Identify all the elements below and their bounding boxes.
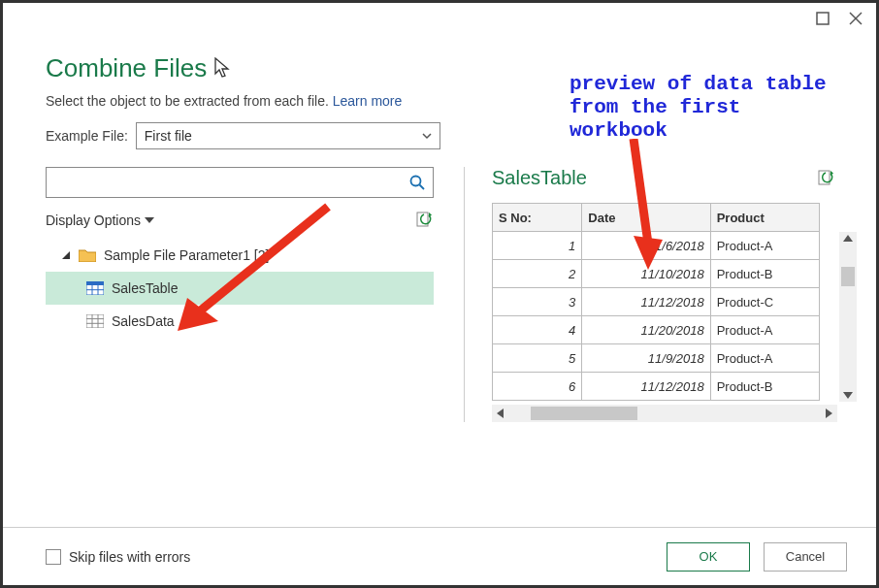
vertical-scrollbar[interactable] (839, 232, 857, 402)
maximize-icon[interactable] (816, 12, 830, 28)
table-row[interactable]: 111/6/2018Product-A (493, 232, 820, 260)
scroll-thumb[interactable] (531, 407, 637, 420)
cell-sno: 2 (493, 260, 582, 288)
cell-product: Product-B (710, 373, 819, 401)
tree-item-salestable[interactable]: SalesTable (46, 272, 434, 305)
pane-divider (464, 167, 465, 422)
scroll-down-icon[interactable] (841, 388, 855, 402)
cell-product: Product-C (710, 288, 819, 316)
close-icon[interactable] (849, 12, 863, 28)
dialog-footer: Skip files with errors OK Cancel (3, 527, 876, 585)
horizontal-scrollbar[interactable] (492, 405, 837, 422)
skip-errors-label: Skip files with errors (69, 549, 190, 565)
search-input[interactable] (46, 167, 434, 198)
annotation-callout: preview of data table from the first wor… (570, 73, 827, 143)
chevron-down-icon (145, 215, 154, 225)
cell-product: Product-A (710, 232, 819, 260)
table-row[interactable]: 211/10/2018Product-B (493, 260, 820, 288)
cursor-icon (214, 57, 232, 81)
cell-product: Product-B (710, 260, 819, 288)
preview-table-wrap: S No: Date Product 111/6/2018Product-A21… (492, 203, 837, 401)
cancel-button[interactable]: Cancel (764, 542, 847, 572)
svg-rect-14 (86, 314, 104, 328)
scroll-right-icon[interactable] (822, 407, 835, 420)
svg-marker-8 (62, 251, 70, 259)
display-options-button[interactable]: Display Options (46, 212, 154, 228)
cell-product: Product-A (710, 344, 819, 373)
subtitle-text: Select the object to be extracted from e… (46, 93, 333, 109)
cell-date: 11/10/2018 (582, 260, 710, 288)
cell-date: 11/9/2018 (582, 344, 710, 373)
example-file-label: Example File: (46, 128, 128, 144)
scroll-thumb[interactable] (841, 267, 855, 286)
svg-marker-24 (826, 408, 832, 418)
cell-date: 11/6/2018 (582, 232, 710, 260)
table-row[interactable]: 311/12/2018Product-C (493, 288, 820, 316)
sheet-icon (86, 314, 104, 328)
scroll-up-icon[interactable] (841, 232, 855, 245)
skip-errors-checkbox[interactable]: Skip files with errors (46, 549, 190, 565)
table-icon (86, 281, 104, 295)
dialog-title-text: Combine Files (46, 53, 207, 83)
folder-icon (79, 248, 96, 262)
col-header[interactable]: S No: (493, 204, 582, 232)
col-header[interactable]: Product (710, 204, 819, 232)
cell-date: 11/12/2018 (582, 373, 710, 401)
example-file-value: First file (145, 128, 192, 144)
preview-title: SalesTable (492, 167, 587, 189)
col-header[interactable]: Date (582, 204, 710, 232)
svg-point-3 (411, 177, 421, 186)
example-file-select[interactable]: First file (136, 122, 440, 149)
cell-sno: 5 (493, 344, 582, 373)
cell-date: 11/20/2018 (582, 316, 710, 344)
cell-date: 11/12/2018 (582, 288, 710, 316)
svg-line-4 (420, 185, 425, 190)
object-tree: Sample File Parameter1 [2] SalesTable Sa… (46, 239, 434, 338)
learn-more-link[interactable]: Learn more (333, 93, 403, 109)
chevron-down-icon (422, 131, 432, 141)
preview-table: S No: Date Product 111/6/2018Product-A21… (492, 203, 820, 401)
display-options-label: Display Options (46, 212, 141, 228)
refresh-icon[interactable] (818, 170, 835, 187)
tree-item-salesdata[interactable]: SalesData (46, 305, 434, 338)
checkbox-icon[interactable] (46, 549, 61, 565)
table-row[interactable]: 411/20/2018Product-A (493, 316, 820, 344)
table-row[interactable]: 611/12/2018Product-B (493, 373, 820, 401)
tree-item-label: SalesTable (112, 280, 179, 296)
cell-sno: 1 (493, 232, 582, 260)
svg-rect-9 (86, 281, 104, 285)
search-icon (409, 175, 425, 190)
cell-sno: 3 (493, 288, 582, 316)
refresh-icon[interactable] (416, 212, 434, 229)
table-row[interactable]: 511/9/2018Product-A (493, 344, 820, 373)
tree-root[interactable]: Sample File Parameter1 [2] (46, 239, 434, 272)
cell-product: Product-A (710, 316, 819, 344)
svg-marker-22 (843, 392, 853, 399)
svg-marker-23 (497, 408, 504, 418)
svg-marker-21 (843, 235, 853, 242)
cell-sno: 6 (493, 373, 582, 401)
tree-item-label: SalesData (112, 313, 175, 329)
ok-button[interactable]: OK (667, 542, 750, 572)
svg-rect-0 (817, 13, 829, 24)
cell-sno: 4 (493, 316, 582, 344)
collapse-icon[interactable] (61, 250, 71, 260)
scroll-left-icon[interactable] (494, 407, 507, 420)
svg-marker-5 (145, 217, 154, 223)
tree-root-label: Sample File Parameter1 [2] (104, 247, 269, 263)
